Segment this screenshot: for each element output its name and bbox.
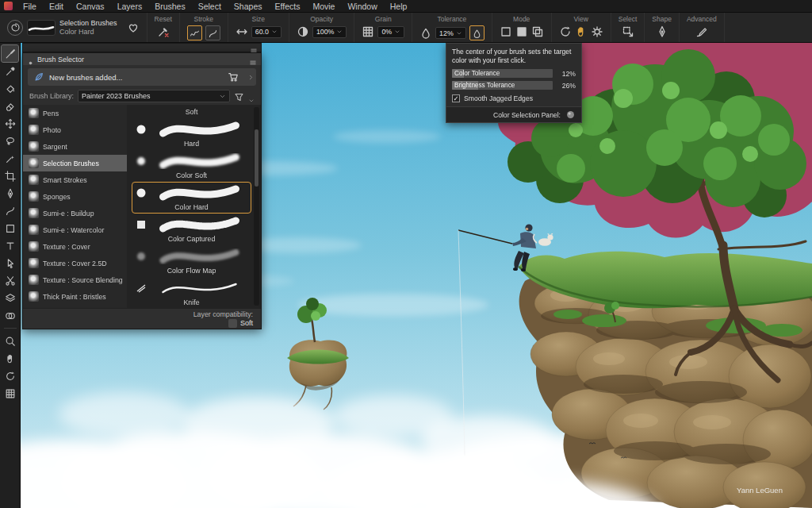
pen-nib-icon[interactable] <box>656 25 668 38</box>
favorite-icon[interactable] <box>127 21 140 34</box>
dock-menu-icon[interactable] <box>250 44 258 52</box>
opacity-circle-icon[interactable] <box>297 25 309 38</box>
advanced-brush-icon[interactable] <box>695 25 708 38</box>
pen-tool[interactable] <box>2 185 18 202</box>
menu-window[interactable]: Window <box>341 0 383 13</box>
menu-canvas[interactable]: Canvas <box>70 0 111 13</box>
variant-dab-icon <box>135 250 147 263</box>
menu-effects[interactable]: Effects <box>268 0 306 13</box>
brightness-tolerance-slider[interactable]: Brightness Tolerance 26% <box>446 79 581 91</box>
dropper-tool[interactable] <box>2 63 18 79</box>
category-label: Pens <box>43 110 59 117</box>
grain-value[interactable]: 0% <box>377 26 404 38</box>
brush-variant-color-captured[interactable]: Color Captured <box>132 214 251 245</box>
brush-variant-color-soft[interactable]: Color Soft <box>132 150 251 182</box>
brush-tool[interactable] <box>2 45 18 62</box>
squiggle-icon[interactable] <box>187 25 202 40</box>
brush-category-texture-cover-2-5d[interactable]: Texture : Cover 2.5D <box>23 255 127 271</box>
opacity-value[interactable]: 100% <box>312 26 347 38</box>
grabber-tool[interactable] <box>2 350 18 367</box>
brush-selector-summary[interactable]: Selection Brushes Color Hard <box>0 13 147 42</box>
variant-dab-icon <box>135 218 147 231</box>
checkbox-icon[interactable]: ✓ <box>452 94 460 102</box>
brush-category-sumi-e-watercolor[interactable]: Sumi-e : Watercolor <box>23 221 127 238</box>
panel-menu-icon[interactable] <box>249 56 257 64</box>
magnifier-tool[interactable] <box>2 333 18 349</box>
section-label: Grain <box>375 15 392 23</box>
panel-dock-strip <box>22 43 262 52</box>
menu-help[interactable]: Help <box>384 0 414 13</box>
quick-curve-tool[interactable] <box>2 202 18 219</box>
chevron-right-icon[interactable] <box>243 74 251 81</box>
eraser-tool[interactable] <box>2 98 18 114</box>
brush-category-pens[interactable]: Pens <box>23 105 127 121</box>
brush-category-selection-brushes[interactable]: Selection Brushes <box>23 155 127 171</box>
magic-wand-tool[interactable] <box>2 150 18 167</box>
rotate-page-tool[interactable] <box>2 368 18 384</box>
perspective-grid-tool[interactable] <box>2 385 18 402</box>
brush-variant-soft[interactable]: Soft <box>132 106 251 118</box>
droplet-icon[interactable] <box>419 27 432 40</box>
brush-variant-color-hard[interactable]: Color Hard <box>132 182 251 214</box>
brush-category-sponges[interactable]: Sponges <box>23 188 127 205</box>
color-selection-panel-icon[interactable] <box>565 110 576 120</box>
brush-category-texture-cover[interactable]: Texture : Cover <box>23 238 127 255</box>
brush-category-sargent[interactable]: Sargent <box>23 138 127 155</box>
rect-shape-tool[interactable] <box>2 220 18 237</box>
menu-movie[interactable]: Movie <box>306 0 341 13</box>
filter-icon[interactable] <box>234 91 244 102</box>
mode-square-icon[interactable] <box>500 25 512 38</box>
paint-bucket-tool[interactable] <box>2 80 18 97</box>
cart-icon[interactable] <box>228 71 239 83</box>
brush-category-photo[interactable]: Photo <box>23 121 127 138</box>
menu-select[interactable]: Select <box>192 0 228 13</box>
lasso-tool[interactable] <box>2 133 18 149</box>
new-brushes-banner[interactable]: New brushes added... <box>28 68 256 86</box>
brush-variant-label: Color Hard <box>59 28 117 37</box>
scrollbar-thumb[interactable] <box>255 129 259 187</box>
brush-category-sumi-e-buildup[interactable]: Sumi-e : Buildup <box>23 205 127 221</box>
brush-category-smart-strokes[interactable]: Smart Strokes <box>23 171 127 188</box>
library-dropdown[interactable]: Painter 2023 Brushes <box>78 90 230 102</box>
gear-icon[interactable] <box>591 25 603 38</box>
mixer-tool[interactable] <box>2 307 18 324</box>
layers-tool[interactable] <box>2 290 18 306</box>
reset-brush-icon[interactable] <box>157 25 170 38</box>
arrows-h-icon[interactable] <box>236 25 248 38</box>
library-value: Painter 2023 Brushes <box>82 92 151 100</box>
tolerance-value[interactable]: 12% <box>435 27 466 39</box>
rotate-icon[interactable] <box>559 25 572 38</box>
text-tool[interactable] <box>2 237 18 254</box>
brush-variant-knife[interactable]: Knife <box>132 277 251 308</box>
mode-overlap-icon[interactable] <box>531 25 544 38</box>
menu-file[interactable]: File <box>17 0 43 13</box>
size-value[interactable]: 60.0 <box>251 26 282 38</box>
crop-tool[interactable] <box>2 167 18 184</box>
brush-dab-icon <box>29 225 39 235</box>
menu-layers[interactable]: Layers <box>111 0 149 13</box>
select-box-icon[interactable] <box>622 25 634 38</box>
variant-scrollbar[interactable] <box>254 107 259 306</box>
color-tolerance-slider[interactable]: Color Tolerance 12% <box>446 67 581 79</box>
shape-selection-tool[interactable] <box>2 255 18 271</box>
filter-chevron-icon[interactable] <box>248 93 255 99</box>
droplet-icon[interactable] <box>469 25 485 40</box>
app-logo-icon <box>4 2 13 10</box>
menu-brushes[interactable]: Brushes <box>148 0 192 13</box>
brush-variant-color-flow-map[interactable]: Color Flow Map <box>132 245 251 277</box>
mode-filled-icon[interactable] <box>515 25 528 38</box>
smooth-jagged-edges-checkbox[interactable]: ✓ Smooth Jagged Edges <box>446 91 581 106</box>
menu-edit[interactable]: Edit <box>43 0 70 13</box>
hand-icon[interactable] <box>575 25 588 38</box>
layer-adjuster-tool[interactable] <box>2 115 18 132</box>
brush-category-texture-source-blending[interactable]: Texture : Source Blending <box>23 271 127 288</box>
curve-icon[interactable] <box>205 25 220 40</box>
brush-category-label: Selection Brushes <box>59 19 117 28</box>
brush-variant-hard[interactable]: Hard <box>132 118 251 150</box>
scissors-tool[interactable] <box>2 272 18 289</box>
variant-label: Color Flow Map <box>132 266 251 276</box>
grain-grid-icon[interactable] <box>362 25 374 38</box>
brush-category-thick-paint-bristles[interactable]: Thick Paint : Bristles <box>23 288 127 305</box>
menu-shapes[interactable]: Shapes <box>228 0 269 13</box>
color-selection-panel-row[interactable]: Color Selection Panel: <box>446 106 581 122</box>
